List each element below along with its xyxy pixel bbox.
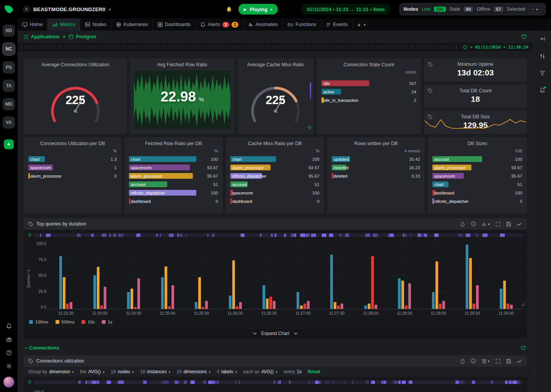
bar-100ms[interactable] — [127, 292, 130, 309]
db-bar-row[interactable]: dashboard0 — [230, 198, 320, 204]
fullscreen-icon[interactable] — [496, 222, 500, 227]
control-each-as-avg-[interactable]: each asAVG()▾ — [243, 369, 278, 374]
card-total-db-count[interactable]: Total DB Count 18 — [424, 85, 527, 108]
db-bar-row[interactable]: alarm_processor93.67 — [432, 165, 522, 170]
db-bar-row[interactable]: account51 — [230, 181, 320, 187]
bar-100ms[interactable] — [500, 289, 502, 309]
live-count-badge[interactable]: 232 — [434, 7, 446, 12]
tab-events[interactable]: Events — [321, 18, 353, 31]
control-every-1s[interactable]: every1s — [284, 369, 302, 374]
bar-1s[interactable] — [476, 285, 479, 309]
resize-handle[interactable] — [521, 301, 525, 308]
add-workspace-button[interactable]: + — [4, 139, 14, 149]
db-bar-row[interactable]: alarm_processor93.67 — [230, 165, 320, 170]
db-bar-row[interactable]: idle167 — [321, 80, 416, 86]
db-bar-row[interactable]: alarm_processor0 — [28, 173, 117, 179]
tab-functions[interactable]: f(x) Functions — [283, 18, 321, 31]
bar-1s[interactable] — [510, 305, 513, 309]
bar-500ms[interactable] — [469, 258, 472, 309]
bar-10s[interactable] — [236, 306, 238, 309]
anomaly-ribbon[interactable] — [34, 381, 523, 384]
info-icon[interactable] — [471, 221, 476, 227]
save-icon[interactable] — [506, 359, 511, 364]
tab-nodes[interactable]: Nodes — [80, 18, 111, 31]
db-bar-row[interactable]: account100 — [432, 156, 522, 162]
db-bar-row[interactable]: ntfcnts_dispatcher95.67 — [230, 173, 320, 179]
bar-100ms[interactable] — [330, 255, 333, 309]
bar-100ms[interactable] — [297, 292, 299, 309]
bar-group[interactable] — [49, 241, 83, 309]
chart-type-icon[interactable]: ▾ — [482, 359, 490, 364]
filter-icon[interactable] — [540, 70, 545, 76]
card-rows-written-per-db[interactable]: Rows written per DB k rows/s updated20.4… — [327, 137, 425, 214]
tab-alerts[interactable]: Alerts 3 2 — [196, 18, 243, 31]
bar-group[interactable] — [422, 241, 456, 309]
db-bar-row[interactable]: account51 — [129, 181, 218, 187]
bar-10s[interactable] — [168, 306, 171, 309]
bar-1s[interactable] — [307, 301, 310, 309]
bar-10s[interactable] — [507, 304, 509, 309]
db-bar-row[interactable]: chart100 — [129, 156, 218, 162]
bar-group[interactable] — [388, 241, 422, 309]
bar-group[interactable] — [252, 241, 286, 309]
bar-100ms[interactable] — [364, 305, 367, 309]
db-bar-row[interactable]: dashboard0 — [129, 198, 218, 204]
bar-500ms[interactable] — [300, 305, 303, 309]
bar-1s[interactable] — [205, 301, 208, 309]
space-selector[interactable]: BEASTMODE.GROUNDZER0 ▾ — [23, 6, 111, 13]
control-4-labels[interactable]: 4labels▾ — [217, 369, 237, 374]
workspace-item[interactable]: VA — [3, 116, 15, 129]
bar-10s[interactable] — [371, 256, 374, 309]
user-avatar[interactable] — [3, 377, 14, 387]
db-bar-row[interactable]: deleted0.23 — [332, 173, 420, 179]
chart-type-icon[interactable]: ▾ — [482, 222, 490, 227]
fullscreen-icon[interactable] — [496, 359, 500, 364]
bar-10s[interactable] — [303, 304, 306, 309]
anomaly-rate-icon[interactable] — [28, 232, 32, 238]
db-bar-row[interactable]: chart51 — [432, 181, 522, 187]
card-connections-utilization-per-db[interactable]: Connections Utilization per DB % chart1.… — [24, 137, 121, 214]
control-18-instances[interactable]: 18instances▾ — [140, 369, 170, 374]
annotations-icon[interactable] — [517, 359, 522, 364]
anomaly-rate-icon[interactable] — [307, 124, 312, 131]
control-group-by-dimension[interactable]: Group bydimension▾ — [28, 369, 74, 374]
bar-1s[interactable] — [442, 301, 445, 309]
control-the-avg-[interactable]: theAVG()▾ — [80, 369, 104, 374]
tab-anomalies[interactable]: Anomalies — [243, 18, 283, 31]
bar-500ms[interactable] — [63, 277, 65, 309]
bar-500ms[interactable] — [334, 302, 336, 309]
favorite-heart-icon[interactable] — [520, 345, 526, 351]
bar-chart-zone[interactable]: Queries / s 100.0 75.0 50.0 25.0 0.0 — [24, 240, 527, 316]
bar-500ms[interactable] — [232, 260, 235, 309]
card-cache-miss-ratio-per-db[interactable]: Cache Miss Ratio per DB % chart100alarm_… — [226, 137, 324, 214]
db-bar-row[interactable]: updated20.42 — [332, 156, 420, 162]
chart-settings-icon[interactable] — [540, 53, 545, 59]
bar-group[interactable] — [218, 241, 253, 309]
help-icon[interactable] — [6, 350, 12, 357]
bar-10s[interactable] — [439, 304, 442, 309]
bar-10s[interactable] — [134, 307, 137, 309]
bar-500ms[interactable] — [97, 267, 99, 309]
bar-group[interactable] — [151, 241, 185, 309]
legend-item-100ms[interactable]: 100ms — [29, 320, 49, 324]
bar-10s[interactable] — [269, 297, 272, 309]
breadcrumb-applications[interactable]: Applications — [24, 34, 60, 39]
bar-10s[interactable] — [405, 305, 408, 309]
bar-1s[interactable] — [70, 302, 72, 309]
netdata-logo[interactable] — [0, 0, 18, 18]
bar-500ms[interactable] — [130, 289, 133, 309]
workspace-item[interactable]: PS — [3, 61, 15, 74]
legend-item-10s[interactable]: 10s — [82, 320, 95, 324]
tab-kubernetes[interactable]: Kubernetes — [111, 18, 153, 31]
legend-item-1s[interactable]: 1s — [102, 320, 112, 324]
save-icon[interactable] — [506, 222, 511, 227]
add-tab-button[interactable]: + ▾ — [353, 18, 370, 31]
bar-1s[interactable] — [341, 304, 343, 309]
card-total-db-size[interactable]: Total DB Size 129.95 — [424, 111, 527, 134]
db-bar-row[interactable]: spaceroom93.67 — [129, 165, 218, 170]
workspace-item[interactable]: TA — [3, 80, 15, 92]
db-bar-row[interactable]: spaceroom1 — [28, 165, 117, 170]
db-bar-row[interactable]: ntfcnts_dispatcher0 — [432, 198, 522, 204]
tab-metrics[interactable]: Metrics — [47, 18, 80, 31]
bar-10s[interactable] — [473, 304, 475, 309]
